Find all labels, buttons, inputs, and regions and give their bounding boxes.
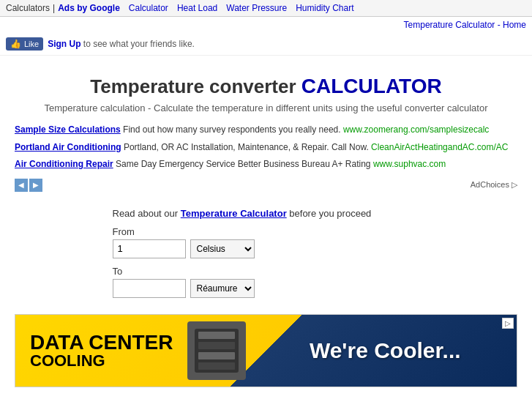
converter-prompt: Read about our Temperature Calculator be… <box>113 208 420 219</box>
from-row: Celsius Fahrenheit Kelvin Rankine Réaumu… <box>113 239 420 258</box>
ads-label: Ads by Google <box>58 3 120 13</box>
ad-row-3: Air Conditioning Repair Same Day Emergen… <box>15 157 517 173</box>
header-right: Temperature Calculator - Home <box>0 17 532 33</box>
nav-link-heatload[interactable]: Heat Load <box>177 3 217 13</box>
nav-link-waterpressure[interactable]: Water Pressure <box>226 3 287 13</box>
prompt-link[interactable]: Temperature Calculator <box>181 208 287 219</box>
from-label: From <box>113 226 142 237</box>
banner-right: We're Cooler... <box>253 331 517 370</box>
server-unit-1 <box>198 332 235 339</box>
to-input[interactable] <box>113 279 186 298</box>
nav-link-humiditychart[interactable]: Humidity Chart <box>296 3 353 13</box>
ad-url-1-val: www.zoomerang.com/samplesizecalc <box>343 124 489 135</box>
title-prefix: Temperature converter <box>90 75 301 97</box>
to-unit-select[interactable]: Réaumure Celsius Fahrenheit Kelvin Ranki… <box>190 279 255 298</box>
nav-links: Calculator Heat Load Water Pressure Humi… <box>129 3 354 13</box>
ad-row-2: Portland Air Conditioning Portland, OR A… <box>15 140 517 156</box>
arrow-buttons: ◀ ▶ <box>15 179 42 192</box>
top-nav: Calculators | Ads by Google Calculator H… <box>0 0 532 17</box>
prompt-text: Read about our <box>113 208 181 219</box>
fb-signup-link[interactable]: Sign Up <box>48 39 80 49</box>
nav-separator: | <box>53 3 55 13</box>
main-content: Temperature converter CALCULATOR Tempera… <box>0 56 532 399</box>
nav-link-calculator[interactable]: Calculator <box>129 3 168 13</box>
fb-suffix: to see what your friends like. <box>81 39 195 49</box>
ad-url-3-val: www.suphvac.com <box>373 159 446 169</box>
from-field-group: From Celsius Fahrenheit Kelvin Rankine R… <box>113 226 420 258</box>
server-unit-4 <box>198 362 235 370</box>
home-link[interactable]: Temperature Calculator - Home <box>404 20 526 30</box>
from-unit-select[interactable]: Celsius Fahrenheit Kelvin Rankine Réaumu… <box>190 239 255 258</box>
fb-like-label: Like <box>24 40 39 48</box>
ad-title-3[interactable]: Air Conditioning Repair <box>15 159 113 169</box>
ad-text-1-body: Find out how many survey respondents you… <box>123 124 341 135</box>
thumb-icon: 👍 <box>10 39 21 49</box>
banner-line2: COOLING <box>30 353 173 369</box>
from-input[interactable] <box>113 239 186 258</box>
server-unit-3 <box>198 352 235 359</box>
banner-ad-badge[interactable]: ▷ <box>502 318 514 329</box>
converter-section: Read about our Temperature Calculator be… <box>98 201 435 305</box>
to-field-group: To Réaumure Celsius Fahrenheit Kelvin Ra… <box>113 266 420 298</box>
ad-title-1[interactable]: Sample Size Calculations <box>15 124 121 135</box>
ad-text-3: Same Day Emergency Service Better Busine… <box>116 159 371 169</box>
ad-url-2-val: CleanAirActHeatingandAC.com/AC <box>371 142 508 152</box>
nav-arrows: ◀ ▶ AdChoices ▷ <box>15 179 517 192</box>
to-row: Réaumure Celsius Fahrenheit Kelvin Ranki… <box>113 279 420 298</box>
fb-like-button[interactable]: 👍 Like <box>6 37 43 51</box>
to-label: To <box>113 266 142 277</box>
server-box <box>195 329 239 373</box>
page-title: Temperature converter CALCULATOR <box>15 75 517 98</box>
banner-ad[interactable]: DATA CENTER COOLING We're Cooler... ▷ <box>15 314 517 387</box>
server-unit-2 <box>198 342 235 349</box>
ad-text-2: Portland, OR AC Installation, Maintenanc… <box>124 142 369 152</box>
ad-choices-label[interactable]: AdChoices ▷ <box>471 180 517 190</box>
banner-line1: DATA CENTER <box>30 332 173 353</box>
prompt-suffix: before you proceed <box>287 208 372 219</box>
banner-left: DATA CENTER COOLING <box>15 325 187 376</box>
ad-links: Sample Size Calculations Find out how ma… <box>15 122 517 173</box>
fb-text: Sign Up to see what your friends like. <box>48 39 195 49</box>
next-arrow-button[interactable]: ▶ <box>29 179 42 192</box>
fb-bar: 👍 Like Sign Up to see what your friends … <box>0 33 532 56</box>
ad-row-1: Sample Size Calculations Find out how ma… <box>15 122 517 138</box>
banner-tagline: We're Cooler... <box>310 338 461 363</box>
ad-title-2[interactable]: Portland Air Conditioning <box>15 142 121 152</box>
calculators-label: Calculators <box>6 3 50 13</box>
prev-arrow-button[interactable]: ◀ <box>15 179 28 192</box>
server-image <box>187 321 246 380</box>
page-subtitle: Temperature calculation - Calculate the … <box>15 102 517 113</box>
title-highlight: CALCULATOR <box>301 75 442 97</box>
